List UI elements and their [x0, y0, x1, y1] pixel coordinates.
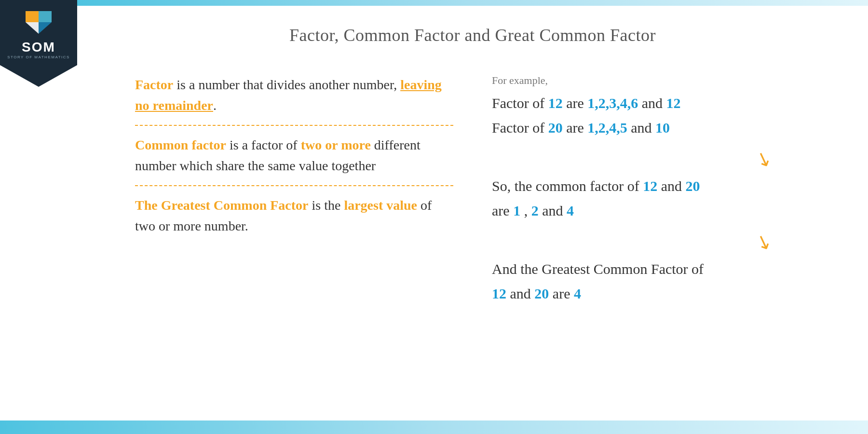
gcf-and: and [506, 285, 534, 301]
factor-12-num: 12 [548, 95, 563, 111]
common-label: Common factor [135, 137, 226, 152]
common-4: 4 [567, 203, 574, 218]
common-12: 12 [643, 178, 657, 194]
logo-tagline: STORY OF MATHEMATICS [7, 55, 70, 59]
factor-12-last: 12 [666, 95, 681, 111]
gcf-block: And the Greatest Common Factor of 12 and… [492, 257, 810, 306]
common-factor-definition: Common factor is a factor of two or more… [135, 135, 453, 176]
common-2: 2 [528, 203, 539, 218]
two-column-layout: Factor is a number that divides another … [77, 74, 868, 306]
factor-12-and: and [638, 95, 666, 111]
common-factor-line: So, the common factor of 12 and 20 [492, 174, 810, 198]
factor-12-label: Factor of [492, 95, 548, 111]
gcf-text: And the Greatest Common Factor of [492, 261, 704, 277]
logo-panel: SOM STORY OF MATHEMATICS [0, 0, 77, 87]
arrow-container-2: ↙ [492, 232, 810, 252]
top-bar [77, 0, 868, 6]
factor-end: . [213, 98, 217, 113]
curved-arrow-2: ↙ [752, 230, 774, 254]
common-are: are [492, 203, 513, 218]
factor-20-label: Factor of [492, 120, 548, 136]
factor-text1: is a number that divides another number, [173, 77, 400, 92]
factor-12-line: Factor of 12 are 1,2,3,4,6 and 12 [492, 91, 810, 115]
factor-12-mid: are [563, 95, 588, 111]
gcf-are: are [549, 285, 574, 301]
factor-20-line: Factor of 20 are 1,2,4,5 and 10 [492, 115, 810, 140]
gcf-label: The Greatest Common Factor [135, 198, 309, 213]
page-title: Factor, Common Factor and Great Common F… [289, 25, 656, 45]
factor-12-factors: 1,2,3,4,6 [587, 95, 638, 111]
common-block: So, the common factor of 12 and 20 are 1… [492, 174, 810, 223]
factor-20-and: and [627, 120, 655, 136]
common-text: So, the common factor of [492, 178, 643, 194]
factor-20-factors: 1,2,4,5 [587, 120, 627, 136]
factor-20-num: 20 [548, 120, 563, 136]
left-column: Factor is a number that divides another … [135, 74, 453, 306]
right-column: For example, Factor of 12 are 1,2,3,4,6 … [492, 74, 810, 306]
factor-20-mid: are [563, 120, 588, 136]
factor-definition: Factor is a number that divides another … [135, 74, 453, 116]
gcf-result-line1: And the Greatest Common Factor of [492, 257, 810, 281]
curved-arrow-1: ↙ [752, 147, 774, 171]
gcf-20: 20 [534, 285, 549, 301]
common-and2: and [539, 203, 567, 218]
logo-icon [22, 9, 55, 38]
main-content: Factor, Common Factor and Great Common F… [77, 6, 868, 420]
divider-2 [135, 185, 453, 186]
divider-1 [135, 125, 453, 126]
common-1: 1 [513, 203, 520, 218]
arrow-container-1: ↙ [492, 149, 810, 169]
common-20: 20 [686, 178, 700, 194]
gcf-4: 4 [574, 285, 581, 301]
common-factor-result: are 1 , 2 and 4 [492, 198, 810, 223]
gcf-text1: is the [309, 198, 344, 213]
gcf-highlight: largest value [344, 198, 417, 213]
factor-label: Factor [135, 77, 173, 92]
common-and: and [657, 178, 685, 194]
common-highlight: two or more [301, 137, 371, 152]
for-example-label: For example, [492, 74, 810, 87]
example-block: For example, Factor of 12 are 1,2,3,4,6 … [492, 74, 810, 140]
factor-20-last: 10 [655, 120, 670, 136]
common-text1: is a factor of [226, 137, 301, 152]
common-comma: , [520, 203, 528, 218]
gcf-result-line2: 12 and 20 are 4 [492, 281, 810, 306]
logo-brand: SOM [22, 41, 55, 54]
gcf-definition: The Greatest Common Factor is the larges… [135, 195, 453, 237]
gcf-12: 12 [492, 285, 506, 301]
bottom-bar [0, 420, 868, 434]
